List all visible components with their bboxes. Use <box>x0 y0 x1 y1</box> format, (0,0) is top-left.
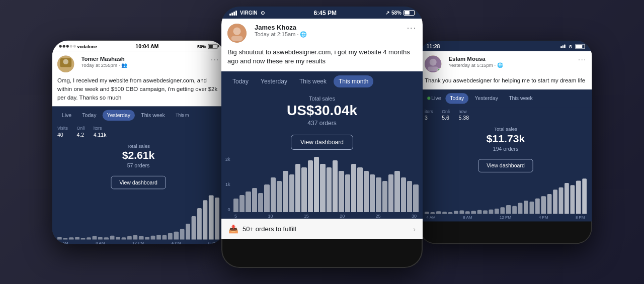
bar <box>69 237 73 239</box>
fb-post-header-left: Tomer Mashash Today at 2:55pm · 👥 ··· <box>52 51 224 75</box>
bar <box>174 231 179 239</box>
dot4 <box>70 45 72 47</box>
bar <box>264 184 269 212</box>
total-sales-left: Total sales $2.61k 57 orders <box>52 139 224 172</box>
bar <box>553 190 557 214</box>
tab-yesterday-left[interactable]: Yesterday <box>103 110 135 120</box>
total-sales-amount-center: US$30.04k <box>227 103 417 119</box>
phone-right: 11:28 ⊙ <box>419 40 592 244</box>
meta-right: Yesterday at 5:15pm · 🌐 <box>448 62 503 67</box>
bar <box>203 200 208 239</box>
battery-pct-left: 50% <box>197 44 206 49</box>
bar-chart-left: 4 AM 8 AM 12 PM 4 PM 8 PM <box>52 192 224 243</box>
fb-post-center: James Khoza Today at 2:15am · 🌐 ··· Big … <box>221 19 423 72</box>
post-menu-right[interactable]: ··· <box>578 55 587 63</box>
battery-fill-center <box>405 11 410 15</box>
phone-right-screen: 11:28 ⊙ <box>419 40 592 244</box>
bar <box>156 234 161 239</box>
battery-pct-center: 58% <box>391 10 401 16</box>
bar <box>382 181 387 212</box>
bar <box>512 206 517 214</box>
tab-live-indicator: Live <box>425 93 444 104</box>
bar <box>351 164 356 212</box>
post-menu-center[interactable]: ··· <box>407 24 417 33</box>
bar <box>110 235 114 239</box>
username-right: Eslam Mousa <box>448 55 503 62</box>
bar <box>436 211 441 214</box>
stats-row-left: Visits 40 Onli 4.2 itors 4.11k <box>52 124 224 139</box>
bar <box>133 235 138 239</box>
status-right-right: ⊙ <box>560 44 585 49</box>
post-menu-left[interactable]: ··· <box>211 55 219 63</box>
bar <box>127 236 132 239</box>
total-sales-amount-left: $2.61k <box>57 149 219 161</box>
bar <box>104 237 109 239</box>
dot3 <box>66 45 69 47</box>
signal-bars-center <box>229 11 237 16</box>
bar <box>339 171 344 213</box>
tab-yesterday-right[interactable]: Yesterday <box>470 93 503 104</box>
banner-text-center: 📥 50+ orders to fulfill <box>228 224 296 234</box>
bar <box>197 208 202 239</box>
svg-point-4 <box>233 27 240 35</box>
user-info-center: James Khoza Today at 2:15am · 🌐 <box>255 24 307 38</box>
total-sales-label-center: Total sales <box>227 96 417 102</box>
tab-thismonth-left[interactable]: This m <box>171 110 193 120</box>
bar <box>258 193 263 213</box>
shop-area-center: Today Yesterday This week This month Tot… <box>221 71 423 239</box>
bar <box>530 201 534 214</box>
svg-rect-5 <box>231 36 243 41</box>
tab-yesterday-center[interactable]: Yesterday <box>256 75 292 87</box>
bar <box>57 237 62 239</box>
tab-today-center[interactable]: Today <box>227 75 254 87</box>
bar <box>289 174 294 213</box>
x-axis-left: 4 AM 8 AM 12 PM 4 PM 8 PM <box>57 240 219 244</box>
bar <box>246 192 251 212</box>
bar <box>582 178 587 214</box>
view-dashboard-btn-left[interactable]: View dashboard <box>111 175 166 188</box>
online-value: 4.2 <box>76 131 85 137</box>
bar <box>565 182 569 214</box>
total-sales-center: Total sales US$30.04k 437 orders <box>221 91 423 131</box>
x-axis-right: 4 AM 8 AM 12 PM 4 PM 8 PM <box>425 215 587 220</box>
bar <box>407 181 412 212</box>
tab-thismonth-center[interactable]: This month <box>334 75 373 87</box>
bar <box>518 203 522 214</box>
phone-center: VIRGIN ⊙ 6:45 PM ↗ 58% <box>221 7 423 268</box>
tab-today-right[interactable]: Today <box>445 93 468 104</box>
tab-thisweek-left[interactable]: This week <box>136 110 169 120</box>
shop-area-right: Live Today Yesterday This week itors 3 O… <box>419 89 592 221</box>
online-col: Onli 4.2 <box>76 126 85 138</box>
fb-post-left: Tomer Mashash Today at 2:55pm · 👥 ··· Om… <box>52 51 224 106</box>
battery-icon-left <box>208 44 217 49</box>
username-center: James Khoza <box>255 24 307 31</box>
tab-live-left[interactable]: Live <box>57 110 76 120</box>
wifi-right: ⊙ <box>569 44 572 49</box>
online-label: Onli <box>76 126 85 131</box>
bar <box>333 160 338 212</box>
view-dashboard-btn-center[interactable]: View dashboard <box>291 135 353 150</box>
sb1 <box>229 14 231 16</box>
status-right-center: ↗ 58% <box>385 10 415 16</box>
tab-thisweek-center[interactable]: This week <box>294 75 332 87</box>
bar <box>501 207 505 214</box>
bar <box>192 216 196 239</box>
fb-post-header-right: Eslam Mousa Yesterday at 5:15pm · 🌐 ··· <box>419 51 592 75</box>
bar <box>327 167 332 212</box>
dot5 <box>73 45 76 47</box>
x-axis-center: 5 10 15 20 25 30 <box>225 214 419 219</box>
tab-thisweek-right[interactable]: This week <box>504 93 537 104</box>
status-right-left: 50% <box>197 44 217 49</box>
dot2 <box>63 45 65 47</box>
visits-value: 40 <box>57 131 68 137</box>
user-info-left: Tomer Mashash Today at 2:55pm · 👥 <box>81 55 127 68</box>
bar <box>314 157 319 212</box>
bar <box>506 205 511 214</box>
post-text-center: Big shoutout to aswebdesigner.com, i got… <box>221 46 423 72</box>
view-dashboard-btn-right[interactable]: View dashboard <box>478 159 533 172</box>
total-orders-left: 57 orders <box>57 162 219 168</box>
bar <box>413 184 418 212</box>
bar <box>80 238 85 239</box>
tab-today-left[interactable]: Today <box>77 110 101 120</box>
phone-center-screen: VIRGIN ⊙ 6:45 PM ↗ 58% <box>221 7 423 268</box>
